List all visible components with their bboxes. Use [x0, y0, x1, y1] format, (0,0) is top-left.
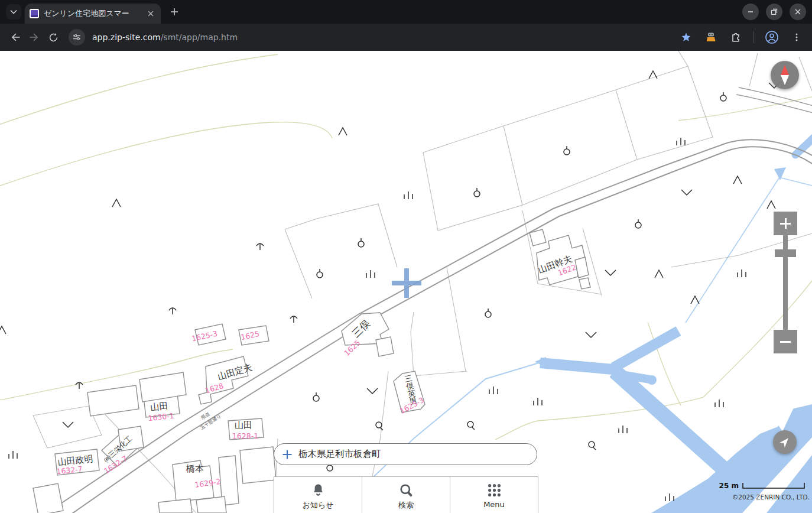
- browser-menu-button[interactable]: [787, 28, 806, 47]
- tab-search-button[interactable]: [6, 4, 21, 20]
- nav-menu[interactable]: Menu: [450, 477, 538, 513]
- compass-button[interactable]: [771, 61, 799, 89]
- road-name-label: 県道 五十部通り: [199, 411, 222, 431]
- address-bar[interactable]: app.zip-site.com/smt/app/map.htm: [92, 33, 238, 42]
- chevron-down-icon: [10, 9, 17, 14]
- new-tab-button[interactable]: [167, 4, 182, 20]
- reload-button[interactable]: [44, 28, 63, 47]
- window-restore-button[interactable]: [766, 4, 782, 20]
- restore-icon: [771, 8, 778, 15]
- symbol-wasteland-icon: [404, 191, 413, 199]
- symbol-field-icon: [63, 422, 73, 427]
- back-button[interactable]: [6, 28, 25, 47]
- bell-icon: [310, 482, 326, 498]
- site-info-button[interactable]: [69, 29, 85, 46]
- avatar-icon: [765, 30, 779, 44]
- search-address-text: 栃木県足利市板倉町: [298, 448, 381, 460]
- symbol-bamboo-icon: [169, 308, 176, 314]
- symbol-conifer-icon: [0, 326, 6, 334]
- toolbar-divider: [753, 31, 754, 43]
- map-viewport: 山田幹夫三俣三俣英男山田定夫山田山田山田政明㈱三栄化工橋本 1622162516…: [0, 51, 812, 513]
- zenrin-favicon: [30, 9, 39, 18]
- symbol-wasteland-icon: [9, 451, 17, 459]
- symbol-conifer-icon: [733, 176, 742, 184]
- symbol-bamboo-icon: [76, 382, 83, 389]
- lot-number: 1630-1: [148, 411, 175, 423]
- symbol-bamboo-icon: [256, 243, 264, 250]
- symbol-wasteland-icon: [715, 400, 723, 407]
- compass-needle-icon: [771, 61, 799, 89]
- symbol-conifer-icon: [655, 270, 663, 278]
- symbol-broadleaf-icon: [589, 441, 596, 450]
- nav-search-label: 検索: [398, 500, 414, 511]
- zoom-slider-handle[interactable]: [775, 249, 796, 257]
- browser-tab[interactable]: ゼンリン住宅地図スマー: [25, 4, 161, 24]
- symbol-wasteland-icon: [665, 493, 674, 501]
- url-domain: app.zip-site.com: [92, 33, 161, 42]
- url-path: /smt/app/map.htm: [161, 33, 238, 42]
- scale-bar: 25 m: [701, 482, 805, 489]
- extensions-button[interactable]: [726, 28, 745, 47]
- navigation-arrow-icon: [778, 435, 792, 449]
- symbol-orchard-icon: [474, 188, 480, 197]
- window-close-button[interactable]: [790, 4, 806, 20]
- symbol-orchard-icon: [313, 392, 319, 401]
- zoom-control: [774, 212, 797, 353]
- back-icon: [9, 31, 21, 43]
- close-icon: [148, 11, 154, 17]
- scale-ruler-icon: [742, 482, 805, 489]
- extension-robot-button[interactable]: [701, 28, 720, 47]
- locate-me-button[interactable]: [773, 430, 797, 454]
- browser-toolbar: app.zip-site.com/smt/app/map.htm: [0, 24, 812, 51]
- symbol-field-icon: [586, 332, 596, 337]
- map-label: 山田: [150, 401, 169, 413]
- crosshair-plus-icon: [282, 449, 293, 460]
- symbol-orchard-icon: [485, 309, 491, 317]
- magnifier-icon: [398, 482, 414, 498]
- robot-icon: [705, 31, 717, 43]
- symbol-orchard-icon: [317, 269, 323, 278]
- buildings: [33, 229, 590, 513]
- nav-search[interactable]: 検索: [362, 477, 450, 513]
- symbol-wasteland-icon: [738, 270, 746, 277]
- canal: [540, 363, 619, 370]
- nav-notifications[interactable]: お知らせ: [274, 477, 362, 513]
- nav-menu-label: Menu: [483, 500, 505, 509]
- star-icon: [680, 31, 692, 43]
- grid-menu-icon: [486, 482, 502, 498]
- minus-icon: [780, 341, 791, 343]
- symbol-wasteland-icon: [366, 270, 375, 278]
- plus-icon: [170, 8, 178, 16]
- profile-button[interactable]: [762, 28, 781, 47]
- zoom-slider-track[interactable]: [783, 235, 788, 330]
- zoom-out-button[interactable]: [774, 330, 797, 353]
- symbol-conifer-icon: [767, 201, 775, 209]
- scale-text: 25 m: [719, 482, 739, 489]
- lot-number: 1628-1: [232, 431, 258, 440]
- nav-notifications-label: お知らせ: [303, 500, 334, 511]
- symbol-orchard-icon: [564, 146, 570, 155]
- symbol-broadleaf-icon: [467, 421, 475, 430]
- kebab-menu-icon: [792, 33, 801, 42]
- forward-button[interactable]: [25, 28, 44, 47]
- map-label: 山田: [235, 420, 252, 430]
- symbol-field-icon: [605, 270, 616, 275]
- symbol-orchard-icon: [358, 238, 364, 247]
- copyright-notice: ©2025 ZENRIN CO., LTD.: [680, 493, 810, 501]
- tab-close-button[interactable]: [145, 8, 156, 19]
- symbol-wasteland-icon: [619, 426, 627, 433]
- browser-titlebar: ゼンリン住宅地図スマー: [0, 0, 812, 24]
- address-search-bar[interactable]: 栃木県足利市板倉町: [274, 443, 537, 465]
- symbol-wasteland-icon: [489, 387, 498, 394]
- minimize-icon: [747, 8, 754, 15]
- symbol-bamboo-icon: [290, 316, 297, 323]
- symbol-orchard-icon: [635, 219, 641, 228]
- window-minimize-button[interactable]: [742, 4, 759, 20]
- symbol-orchard-icon: [720, 92, 726, 101]
- bookmark-star-button[interactable]: [677, 28, 696, 47]
- lot-number: 1632-7: [56, 465, 83, 476]
- symbol-field-icon: [681, 190, 692, 195]
- symbol-field-icon: [367, 388, 378, 394]
- symbol-conifer-icon: [339, 128, 347, 135]
- zoom-in-button[interactable]: [774, 212, 797, 235]
